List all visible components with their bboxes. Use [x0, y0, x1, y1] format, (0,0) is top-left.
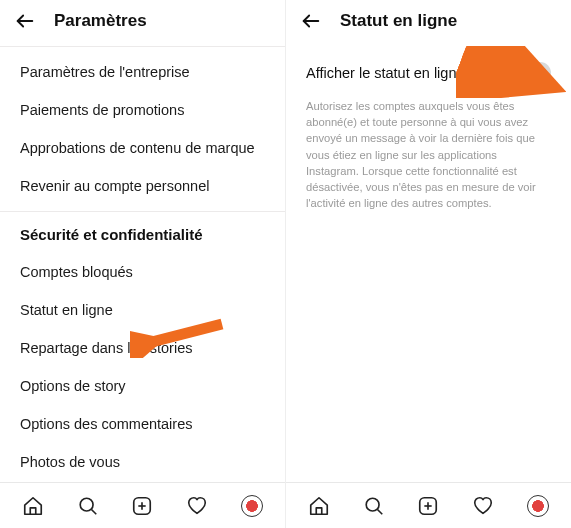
settings-content: Paramètres de l'entreprise Paiements de … — [0, 46, 285, 482]
section-title-security: Sécurité et confidentialité — [0, 212, 285, 253]
list-item-activity-status[interactable]: Statut en ligne — [0, 291, 285, 329]
toggle-row-show-activity-status: Afficher le statut en ligne — [286, 46, 571, 94]
nav-search[interactable] — [74, 492, 102, 520]
activity-status-content: Afficher le statut en ligne Autorisez le… — [286, 46, 571, 482]
nav-home[interactable] — [305, 492, 333, 520]
nav-activity[interactable] — [469, 492, 497, 520]
list-item-comment-options[interactable]: Options des commentaires — [0, 405, 285, 443]
nav-search[interactable] — [360, 492, 388, 520]
nav-home[interactable] — [19, 492, 47, 520]
list-item-story-options[interactable]: Options de story — [0, 367, 285, 405]
list-item-photos-of-you[interactable]: Photos de vous — [0, 443, 285, 481]
list-item-switch-personal-account[interactable]: Revenir au compte personnel — [0, 167, 285, 205]
list-item-story-resharing[interactable]: Repartage dans les stories — [0, 329, 285, 367]
screen-activity-status: Statut en ligne Afficher le statut en li… — [285, 0, 571, 528]
bottom-nav — [286, 482, 571, 528]
back-arrow-icon[interactable] — [14, 10, 36, 32]
list-item-enterprise-settings[interactable]: Paramètres de l'entreprise — [0, 53, 285, 91]
svg-line-10 — [377, 509, 382, 514]
list-item-blocked-accounts[interactable]: Comptes bloqués — [0, 253, 285, 291]
list-item-branded-content-approvals[interactable]: Approbations de contenu de marque — [0, 129, 285, 167]
nav-profile[interactable] — [238, 492, 266, 520]
toggle-show-activity-status[interactable] — [511, 62, 551, 84]
divider — [0, 46, 285, 47]
profile-avatar-icon — [527, 495, 549, 517]
nav-create[interactable] — [128, 492, 156, 520]
svg-point-2 — [80, 498, 93, 511]
search-icon — [363, 495, 385, 517]
nav-profile[interactable] — [524, 492, 552, 520]
profile-avatar-icon — [241, 495, 263, 517]
home-icon — [308, 495, 330, 517]
page-title: Paramètres — [54, 11, 147, 31]
toggle-knob-icon — [513, 64, 531, 82]
bottom-nav — [0, 482, 285, 528]
header: Statut en ligne — [286, 0, 571, 46]
helper-text: Autorisez les comptes auxquels vous êtes… — [286, 94, 571, 212]
nav-create[interactable] — [414, 492, 442, 520]
header: Paramètres — [0, 0, 285, 46]
create-icon — [417, 495, 439, 517]
toggle-label: Afficher le statut en ligne — [306, 65, 465, 81]
back-arrow-icon[interactable] — [300, 10, 322, 32]
heart-icon — [186, 495, 208, 517]
screen-settings: Paramètres Paramètres de l'entreprise Pa… — [0, 0, 285, 528]
list-item-promotion-payments[interactable]: Paiements de promotions — [0, 91, 285, 129]
search-icon — [77, 495, 99, 517]
svg-point-9 — [366, 498, 379, 511]
page-title: Statut en ligne — [340, 11, 457, 31]
create-icon — [131, 495, 153, 517]
heart-icon — [472, 495, 494, 517]
svg-line-3 — [91, 509, 96, 514]
home-icon — [22, 495, 44, 517]
nav-activity[interactable] — [183, 492, 211, 520]
